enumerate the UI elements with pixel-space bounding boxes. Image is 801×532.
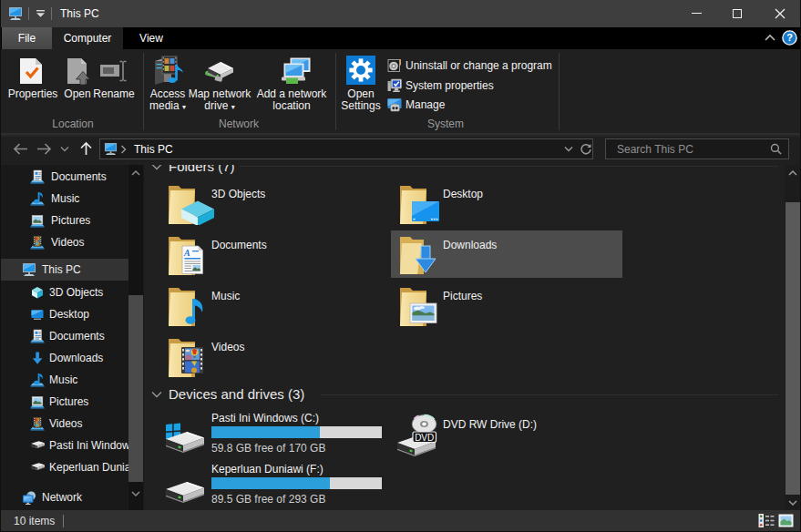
svg-text:A: A — [183, 248, 190, 258]
svg-text:DVD: DVD — [415, 433, 434, 443]
svg-text:?: ? — [786, 32, 793, 43]
